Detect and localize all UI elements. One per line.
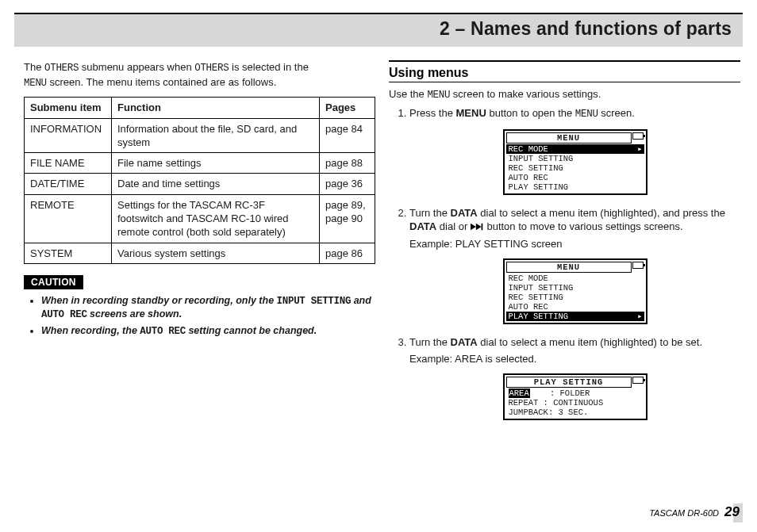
table-row: REMOTE Settings for the TASCAM RC-3F foo… xyxy=(25,194,375,243)
bold-data-3: DATA xyxy=(451,336,478,348)
td-pages: page 36 xyxy=(320,174,375,194)
lcd-row: REC SETTING xyxy=(506,293,644,302)
intro-seg-a: The xyxy=(24,61,44,73)
lcd-screenshot-1: MENU REC MODE▸ INPUT SETTING REC SETTING… xyxy=(503,129,647,195)
s1b: button to open the xyxy=(486,107,575,119)
step3-example: Example: AREA is selected. xyxy=(409,352,740,366)
lcd-screenshot-2: MENU REC MODE INPUT SETTING REC SETTING … xyxy=(503,258,647,324)
ri-b: screen to make various settings. xyxy=(450,88,601,100)
lcd-row: REC MODE▸ xyxy=(506,144,644,154)
section-rule-top xyxy=(389,60,740,62)
intro-paragraph: The OTHERS submenu appears when OTHERS i… xyxy=(24,60,375,90)
td-pages: page 84 xyxy=(320,118,375,153)
c2a: When recording, the xyxy=(41,325,140,336)
lcd-row: AREA : FOLDER xyxy=(506,388,644,398)
fast-forward-icon xyxy=(471,220,484,234)
lcd-row: REPEAT : CONTINUOUS xyxy=(506,398,644,408)
svg-marker-1 xyxy=(476,224,482,231)
chevron-right-icon: ▸ xyxy=(637,144,642,154)
lcd-title: MENU xyxy=(506,132,632,144)
s3b: dial to select a menu item (highlighted)… xyxy=(478,336,702,348)
lcd-row: INPUT SETTING xyxy=(506,283,644,293)
td-submenu: DATE/TIME xyxy=(25,174,112,194)
table-row: INFORMATION Information about the file, … xyxy=(25,118,375,153)
bold-data-2: DATA xyxy=(409,220,436,232)
td-function: Settings for the TASCAM RC-3F footswitch… xyxy=(112,194,320,243)
s2a: Turn the xyxy=(409,207,451,219)
submenu-table: Submenu item Function Pages INFORMATION … xyxy=(24,97,375,264)
s2b: dial to select a menu item (highlighted)… xyxy=(478,207,725,219)
mono-menu-2: MENU xyxy=(427,90,450,101)
lcd-title: MENU xyxy=(506,262,632,273)
battery-icon xyxy=(632,262,644,269)
lcd-row: PLAY SETTING▸ xyxy=(506,312,644,321)
mono-auto-rec-2: AUTO REC xyxy=(140,326,186,337)
th-function: Function xyxy=(112,98,320,118)
step-2: Turn the DATA dial to select a menu item… xyxy=(409,206,740,324)
mono-auto-rec-1: AUTO REC xyxy=(41,309,87,320)
battery-icon xyxy=(632,377,644,384)
step-3: Turn the DATA dial to select a menu item… xyxy=(409,335,740,420)
lcd-row: REC MODE xyxy=(506,274,644,283)
c1c: screens are shown. xyxy=(87,308,183,320)
step-1: Press the MENU button to open the MENU s… xyxy=(409,106,740,195)
td-function: File name settings xyxy=(112,153,320,174)
lcd-row: PLAY SETTING xyxy=(506,182,644,192)
c1b: and xyxy=(351,295,371,306)
lcd-row: AUTO REC xyxy=(506,302,644,312)
table-row: FILE NAME File name settings page 88 xyxy=(25,153,375,174)
right-intro: Use the MENU screen to make various sett… xyxy=(389,87,740,102)
lcd-row: AUTO REC xyxy=(506,173,644,182)
caution-item: When in recording standby or recording, … xyxy=(41,294,375,322)
right-column: Using menus Use the MENU screen to make … xyxy=(389,60,740,431)
caution-badge: CAUTION xyxy=(24,275,83,289)
th-pages: Pages xyxy=(320,98,375,118)
td-function: Date and time settings xyxy=(112,174,320,194)
chevron-right-icon: ▸ xyxy=(637,312,642,321)
step2-example: Example: PLAY SETTING screen xyxy=(409,237,740,251)
footer-page: 29 xyxy=(724,504,740,519)
intro-seg-d: screen. The menu items contained are as … xyxy=(47,76,277,88)
ri-a: Use the xyxy=(389,88,427,100)
s2c: dial or xyxy=(436,220,471,232)
battery-icon xyxy=(632,132,644,140)
td-function: Information about the file, SD card, and… xyxy=(112,118,320,153)
td-submenu: INFORMATION xyxy=(25,118,112,153)
page-title: 2 – Names and functions of parts xyxy=(440,18,732,40)
svg-marker-0 xyxy=(471,224,476,231)
svg-rect-2 xyxy=(481,224,482,231)
caution-list: When in recording standby or recording, … xyxy=(41,294,375,339)
c1a: When in recording standby or recording, … xyxy=(41,295,277,306)
td-submenu: REMOTE xyxy=(25,194,112,243)
mono-input-setting: INPUT SETTING xyxy=(277,296,352,307)
s2d: button to move to various settings scree… xyxy=(484,220,683,232)
left-column: The OTHERS submenu appears when OTHERS i… xyxy=(24,60,375,341)
intro-seg-b: submenu appears when xyxy=(79,61,194,73)
td-pages: page 86 xyxy=(320,243,375,263)
footer: TASCAM DR-60D 29 xyxy=(649,504,740,520)
lcd-screenshot-3: PLAY SETTING AREA : FOLDER REPEAT : CONT… xyxy=(503,373,647,420)
lcd-row: INPUT SETTING xyxy=(506,154,644,163)
caution-item: When recording, the AUTO REC setting can… xyxy=(41,324,375,339)
bold-data-1: DATA xyxy=(451,207,478,219)
s1a: Press the xyxy=(409,107,456,119)
lcd-title: PLAY SETTING xyxy=(506,377,632,388)
td-pages: page 89, page 90 xyxy=(320,194,375,243)
mono-others-2: OTHERS xyxy=(194,63,229,74)
mono-menu-1: MENU xyxy=(24,78,47,89)
td-pages: page 88 xyxy=(320,153,375,174)
lcd-hl-segment: AREA xyxy=(509,388,530,398)
mono-others-1: OTHERS xyxy=(44,63,79,74)
steps-list: Press the MENU button to open the MENU s… xyxy=(389,106,740,420)
footer-model: TASCAM DR-60D xyxy=(649,508,719,518)
table-row: DATE/TIME Date and time settings page 36 xyxy=(25,174,375,194)
th-submenu: Submenu item xyxy=(25,98,112,118)
lcd-row: REC SETTING xyxy=(506,163,644,173)
bold-menu: MENU xyxy=(456,107,486,119)
td-submenu: FILE NAME xyxy=(25,153,112,174)
td-submenu: SYSTEM xyxy=(25,243,112,263)
table-head-row: Submenu item Function Pages xyxy=(25,98,375,118)
c2b: setting cannot be changed. xyxy=(186,325,317,336)
intro-seg-c: is selected in the xyxy=(229,61,308,73)
s1c: screen. xyxy=(598,107,635,119)
